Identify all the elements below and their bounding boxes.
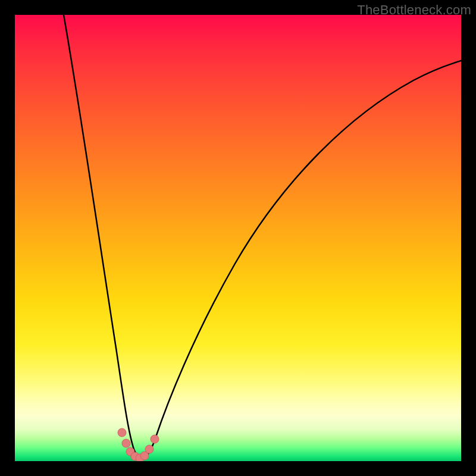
valley-dots bbox=[118, 428, 159, 461]
svg-point-6 bbox=[145, 445, 154, 453]
svg-point-3 bbox=[131, 452, 139, 461]
svg-point-2 bbox=[126, 447, 134, 456]
watermark-text: TheBottleneck.com bbox=[357, 2, 471, 18]
svg-point-5 bbox=[140, 452, 149, 460]
svg-point-7 bbox=[151, 435, 159, 443]
chart-frame: TheBottleneck.com bbox=[0, 0, 476, 476]
plot-area bbox=[15, 15, 461, 461]
svg-point-1 bbox=[122, 439, 130, 447]
svg-point-4 bbox=[136, 454, 144, 461]
bottleneck-curve bbox=[64, 15, 461, 458]
svg-point-0 bbox=[118, 428, 126, 437]
curve-overlay bbox=[15, 15, 461, 461]
